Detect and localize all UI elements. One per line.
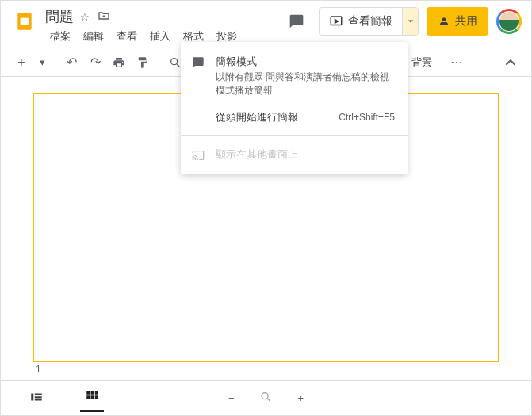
svg-rect-12 <box>91 395 94 399</box>
separator <box>159 55 159 71</box>
shortcut-label: Ctrl+Shift+F5 <box>339 112 395 123</box>
comments-button[interactable] <box>282 7 311 36</box>
undo-button[interactable]: ↶ <box>60 52 82 74</box>
collapse-panel-button[interactable] <box>499 52 522 74</box>
svg-rect-9 <box>91 391 94 395</box>
print-button[interactable] <box>108 52 130 74</box>
separator <box>442 55 442 71</box>
svg-rect-11 <box>86 395 90 399</box>
filmstrip-view-button[interactable] <box>25 385 48 411</box>
separator <box>181 135 408 136</box>
zoom-out-button[interactable]: − <box>224 387 239 409</box>
slides-logo[interactable] <box>10 7 39 36</box>
present-button[interactable]: 查看簡報 <box>320 8 402 35</box>
share-button[interactable]: 共用 <box>427 7 488 36</box>
menu-view[interactable]: 查看 <box>112 28 142 45</box>
svg-point-14 <box>262 393 268 399</box>
separator <box>55 55 55 71</box>
svg-rect-5 <box>35 394 42 395</box>
bottom-bar: − + <box>1 380 531 415</box>
document-title[interactable]: 問題 <box>45 7 74 26</box>
svg-rect-6 <box>35 396 42 398</box>
presenter-mode-title: 簡報模式 <box>216 55 395 69</box>
more-button[interactable]: ⋯ <box>446 52 468 74</box>
present-other-screen-item: 顯示在其他畫面上 <box>181 141 408 168</box>
background-button[interactable]: 背景 <box>405 52 438 74</box>
share-label: 共用 <box>455 14 477 29</box>
svg-point-3 <box>171 58 178 64</box>
paint-format-button[interactable] <box>132 52 154 74</box>
menu-insert[interactable]: 插入 <box>145 28 175 45</box>
present-dropdown-button[interactable] <box>402 8 418 35</box>
new-slide-button[interactable]: + <box>10 52 33 74</box>
svg-rect-7 <box>35 399 42 401</box>
presenter-icon <box>192 56 205 71</box>
svg-rect-1 <box>21 18 29 25</box>
present-label: 查看簡報 <box>348 14 392 29</box>
present-dropdown-menu: 簡報模式 以附有觀眾 問與答和演講者備忘稿的檢視模式播放簡報 從頭開始進行簡報 … <box>181 42 408 174</box>
zoom-fit-button[interactable] <box>255 386 277 410</box>
slide-number: 1 <box>36 364 41 375</box>
present-from-start-label: 從頭開始進行簡報 <box>216 110 298 124</box>
star-icon[interactable]: ☆ <box>78 10 91 25</box>
svg-rect-8 <box>86 391 90 395</box>
svg-rect-4 <box>31 394 33 401</box>
menu-edit[interactable]: 編輯 <box>78 28 109 45</box>
zoom-in-button[interactable]: + <box>293 387 309 409</box>
new-slide-dropdown[interactable]: ▾ <box>34 52 50 74</box>
redo-button[interactable]: ↷ <box>84 52 106 74</box>
svg-rect-10 <box>95 391 98 395</box>
presenter-mode-item[interactable]: 簡報模式 以附有觀眾 問與答和演講者備忘稿的檢視模式播放簡報 <box>181 48 408 104</box>
move-folder-icon[interactable] <box>96 8 112 26</box>
svg-rect-13 <box>95 395 98 399</box>
presenter-mode-desc: 以附有觀眾 問與答和演講者備忘稿的檢視模式播放簡報 <box>216 71 395 97</box>
present-from-start-item[interactable]: 從頭開始進行簡報 Ctrl+Shift+F5 <box>181 104 408 131</box>
present-other-screen-label: 顯示在其他畫面上 <box>216 147 298 162</box>
menu-file[interactable]: 檔案 <box>45 28 75 45</box>
cast-icon <box>192 149 205 164</box>
grid-view-button[interactable] <box>80 384 104 412</box>
account-avatar[interactable] <box>496 9 522 34</box>
